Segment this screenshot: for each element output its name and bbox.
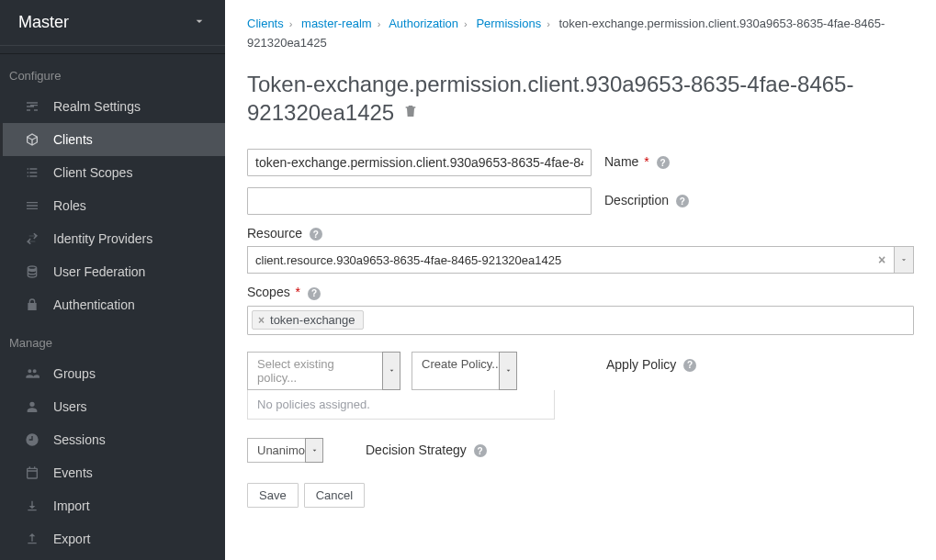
chevron-down-icon — [192, 14, 207, 31]
breadcrumb-link-permissions[interactable]: Permissions — [476, 17, 541, 30]
decision-strategy-value: Unanimous — [247, 438, 306, 463]
breadcrumb-link-clients[interactable]: Clients — [247, 17, 284, 30]
name-input[interactable] — [247, 149, 592, 176]
scope-tag: × token-exchange — [252, 310, 364, 330]
sidebar-item-export[interactable]: Export — [0, 522, 225, 555]
dropdown-toggle[interactable] — [894, 246, 914, 274]
calendar-icon — [24, 465, 40, 480]
menu-icon — [24, 198, 40, 213]
help-icon[interactable]: ? — [657, 156, 670, 169]
description-input[interactable] — [247, 187, 592, 215]
main-content: Clients› master-realm› Authorization› Pe… — [225, 0, 936, 560]
remove-tag-icon[interactable]: × — [258, 314, 265, 327]
realm-name: Master — [18, 13, 69, 32]
caret-down-icon — [899, 255, 908, 264]
user-icon — [24, 399, 40, 414]
create-policy-label: Create Policy... — [412, 352, 500, 390]
no-policies-message: No policies assigned. — [247, 390, 555, 420]
dropdown-toggle[interactable] — [382, 352, 400, 390]
sidebar-item-label: Groups — [53, 364, 96, 383]
sidebar-item-label: Identity Providers — [53, 230, 152, 248]
required-indicator: * — [296, 285, 300, 299]
select-policy-placeholder: Select existing policy... — [247, 352, 383, 390]
sidebar-item-groups[interactable]: Groups — [0, 357, 225, 390]
caret-down-icon — [310, 446, 319, 454]
sidebar-item-client-scopes[interactable]: Client Scopes — [0, 156, 225, 189]
apply-policy-label: Apply Policy — [606, 357, 676, 372]
sidebar-item-authentication[interactable]: Authentication — [0, 288, 225, 321]
dropdown-toggle[interactable] — [499, 352, 517, 390]
section-label-manage: Manage — [0, 321, 225, 357]
sidebar-item-label: Import — [53, 497, 90, 515]
decision-strategy-select[interactable]: Unanimous — [247, 438, 323, 463]
cube-icon — [24, 132, 40, 147]
description-label: Description — [604, 193, 669, 207]
sidebar-item-clients[interactable]: Clients — [0, 123, 225, 156]
select-policy-dropdown[interactable]: Select existing policy... — [247, 352, 400, 390]
caret-down-icon — [388, 366, 396, 375]
swap-icon — [24, 231, 40, 246]
sidebar-item-label: User Federation — [53, 263, 145, 281]
sidebar-item-label: Authentication — [53, 296, 135, 314]
name-label: Name — [604, 154, 638, 169]
trash-icon — [403, 104, 418, 118]
breadcrumb-link-realm[interactable]: master-realm — [301, 17, 372, 30]
caret-down-icon — [504, 366, 513, 375]
dropdown-toggle[interactable] — [305, 438, 323, 463]
sliders-icon — [24, 99, 40, 114]
sidebar-item-roles[interactable]: Roles — [0, 189, 225, 222]
realm-selector[interactable]: Master — [0, 0, 225, 46]
sidebar-item-label: Users — [53, 398, 87, 416]
list-icon — [24, 165, 40, 180]
scope-tag-label: token-exchange — [270, 313, 355, 327]
sidebar-item-label: Roles — [53, 196, 86, 215]
help-icon[interactable]: ? — [474, 444, 487, 457]
database-icon — [24, 264, 40, 279]
lock-icon — [24, 297, 40, 312]
sidebar-item-label: Clients — [53, 130, 93, 149]
sidebar-item-sessions[interactable]: Sessions — [0, 423, 225, 456]
users-icon — [24, 366, 40, 381]
scopes-label: Scopes — [247, 285, 290, 299]
help-icon[interactable]: ? — [683, 359, 696, 372]
sidebar-item-label: Client Scopes — [53, 163, 132, 182]
sidebar-item-label: Realm Settings — [53, 97, 141, 116]
sidebar-item-realm-settings[interactable]: Realm Settings — [0, 90, 225, 123]
help-icon[interactable]: ? — [676, 195, 689, 207]
sidebar: Master Configure Realm Settings Clients … — [0, 0, 225, 560]
sidebar-item-label: Sessions — [53, 431, 106, 449]
help-icon[interactable]: ? — [308, 287, 321, 300]
create-policy-dropdown[interactable]: Create Policy... — [412, 352, 517, 390]
breadcrumb: Clients› master-realm› Authorization› Pe… — [247, 15, 914, 53]
scopes-input[interactable]: × token-exchange — [247, 306, 914, 335]
sidebar-item-label: Export — [53, 530, 90, 548]
sidebar-item-users[interactable]: Users — [0, 390, 225, 423]
sidebar-item-user-federation[interactable]: User Federation — [0, 255, 225, 288]
export-icon — [24, 532, 40, 546]
delete-button[interactable] — [403, 104, 418, 121]
chevron-right-icon: › — [464, 18, 468, 29]
save-button[interactable]: Save — [247, 483, 299, 508]
chevron-right-icon: › — [289, 18, 293, 29]
required-indicator: * — [644, 154, 648, 169]
clear-icon[interactable]: × — [870, 252, 894, 267]
page-title: Token-exchange.permission.client.930a965… — [247, 72, 853, 125]
sidebar-item-import[interactable]: Import — [0, 489, 225, 522]
decision-strategy-label: Decision Strategy — [366, 442, 467, 457]
sidebar-item-events[interactable]: Events — [0, 456, 225, 489]
import-icon — [24, 498, 40, 513]
section-label-configure: Configure — [0, 54, 225, 90]
sidebar-item-label: Events — [53, 464, 93, 482]
resource-value: client.resource.930a9653-8635-4fae-8465-… — [248, 253, 870, 267]
clock-icon — [24, 432, 40, 447]
help-icon[interactable]: ? — [310, 228, 322, 241]
resource-label: Resource — [247, 226, 302, 241]
sidebar-item-identity-providers[interactable]: Identity Providers — [0, 222, 225, 255]
breadcrumb-link-authorization[interactable]: Authorization — [389, 17, 458, 30]
resource-select[interactable]: client.resource.930a9653-8635-4fae-8465-… — [247, 246, 914, 274]
chevron-right-icon: › — [547, 18, 550, 29]
chevron-right-icon: › — [378, 18, 381, 29]
cancel-button[interactable]: Cancel — [304, 483, 365, 508]
